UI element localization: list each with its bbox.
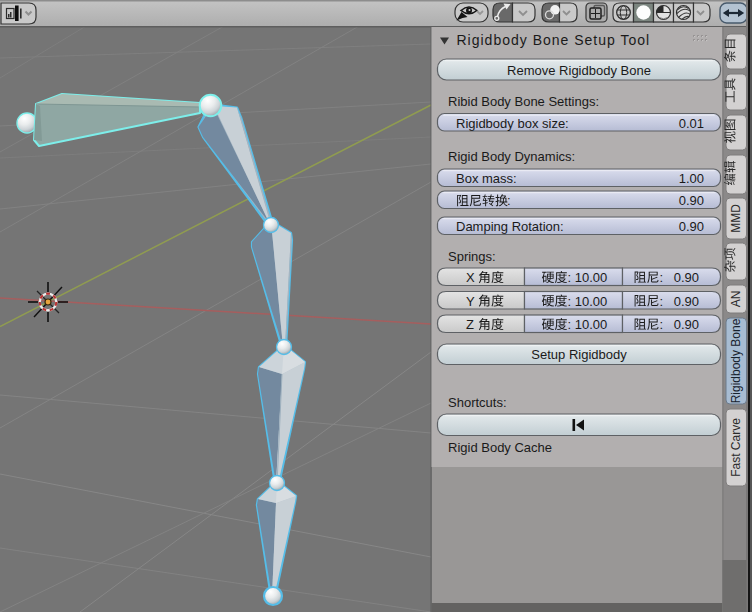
svg-text:Rigid Body Cache: Rigid Body Cache	[448, 440, 552, 455]
svg-text:Damping Rotation:: Damping Rotation:	[456, 219, 564, 234]
svg-text:Box mass:: Box mass:	[456, 171, 517, 186]
svg-text:Fast Carve: Fast Carve	[729, 418, 743, 477]
svg-text:: 10.00: : 10.00	[568, 270, 608, 285]
svg-text:Rigidbody Bone: Rigidbody Bone	[729, 318, 743, 403]
svg-text:0.90: 0.90	[674, 317, 699, 332]
svg-text:MMD: MMD	[729, 204, 743, 233]
svg-text:Setup Rigidbody: Setup Rigidbody	[531, 347, 627, 362]
svg-text:0.90: 0.90	[679, 219, 704, 234]
svg-text:: 10.00: : 10.00	[568, 294, 608, 309]
svg-text:Ribid Body Bone Settings:: Ribid Body Bone Settings:	[448, 94, 599, 109]
svg-text::: :	[507, 193, 511, 208]
svg-text:0.90: 0.90	[679, 193, 704, 208]
svg-text:Rigidbody box size:: Rigidbody box size:	[456, 116, 569, 131]
svg-text:AN: AN	[729, 291, 743, 308]
svg-text:Y: Y	[466, 294, 475, 309]
svg-text:0.01: 0.01	[679, 116, 704, 131]
svg-text::: :	[660, 317, 664, 332]
svg-text::: :	[660, 270, 664, 285]
svg-text:Z: Z	[466, 317, 474, 332]
svg-text::: :	[660, 294, 664, 309]
svg-text:Shortcuts:: Shortcuts:	[448, 395, 507, 410]
svg-text:Rigidbody Bone Setup Tool: Rigidbody Bone Setup Tool	[457, 32, 651, 48]
svg-text:Springs:: Springs:	[448, 249, 496, 264]
svg-text:0.90: 0.90	[674, 294, 699, 309]
svg-text:X: X	[466, 270, 475, 285]
svg-text:: 10.00: : 10.00	[568, 317, 608, 332]
svg-text:0.90: 0.90	[674, 270, 699, 285]
svg-text:Remove Rigidbody Bone: Remove Rigidbody Bone	[507, 63, 651, 78]
svg-text:1.00: 1.00	[679, 171, 704, 186]
svg-text:Rigid Body Dynamics:: Rigid Body Dynamics:	[448, 149, 575, 164]
